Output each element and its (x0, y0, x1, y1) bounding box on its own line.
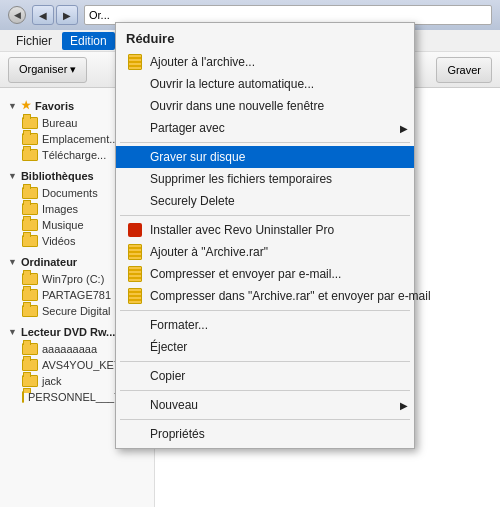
nouveau-arrow: ▶ (400, 400, 408, 411)
ctx-item-ajouter-archive2[interactable]: Ajouter à "Archive.rar" (116, 241, 414, 263)
ctx-item-ejecter[interactable]: Éjecter (116, 336, 414, 358)
partager-label: Partager avec (150, 121, 225, 135)
partage-icon (22, 289, 38, 301)
ctx-item-comprimer-email[interactable]: Compresser et envoyer par e-mail... (116, 263, 414, 285)
ajouter-archive-icon (126, 55, 144, 69)
context-menu: Réduire Ajouter à l'archive...Ouvrir la … (115, 22, 415, 449)
ctx-separator (120, 310, 410, 311)
graver-disque-icon (126, 150, 144, 164)
ejecter-label: Éjecter (150, 340, 187, 354)
nav-buttons: ◀ ▶ (32, 5, 78, 25)
formater-label: Formater... (150, 318, 208, 332)
back-button[interactable]: ◀ (32, 5, 54, 25)
ajouter-archive2-label: Ajouter à "Archive.rar" (150, 245, 268, 259)
supprimer-temp-label: Supprimer les fichiers temporaires (150, 172, 332, 186)
lecteur-label: Lecteur DVD Rw... (21, 326, 115, 338)
ctx-separator (120, 390, 410, 391)
ctx-item-formater[interactable]: Formater... (116, 314, 414, 336)
organiser-button[interactable]: Organiser ▾ (8, 57, 87, 83)
ctx-item-ajouter-archive[interactable]: Ajouter à l'archive... (116, 51, 414, 73)
ctx-item-graver-disque[interactable]: Graver sur disque (116, 146, 414, 168)
emplacement-label: Emplacement... (42, 133, 118, 145)
bureau-label: Bureau (42, 117, 77, 129)
lecteur-arrow: ▼ (8, 327, 17, 337)
graver-button[interactable]: Graver (436, 57, 492, 83)
formater-icon (126, 318, 144, 332)
ctx-item-ouvrir-lecture[interactable]: Ouvrir la lecture automatique... (116, 73, 414, 95)
bibliotheques-label: Bibliothèques (21, 170, 94, 182)
ctx-item-nouveau[interactable]: Nouveau▶ (116, 394, 414, 416)
ejecter-icon (126, 340, 144, 354)
nouveau-label: Nouveau (150, 398, 198, 412)
ctx-item-securely-delete[interactable]: Securely Delete (116, 190, 414, 212)
forward-button[interactable]: ▶ (56, 5, 78, 25)
musique-icon (22, 219, 38, 231)
personnel-icon (22, 391, 24, 403)
comprimer-rar-email-icon (126, 289, 144, 303)
ouvrir-fenetre-icon (126, 99, 144, 113)
proprietes-icon (126, 427, 144, 441)
menu-fichier[interactable]: Fichier (8, 32, 60, 50)
graver-disque-label: Graver sur disque (150, 150, 245, 164)
ctx-item-comprimer-rar-email[interactable]: Compresser dans "Archive.rar" et envoyer… (116, 285, 414, 307)
proprietes-label: Propriétés (150, 427, 205, 441)
copier-icon (126, 369, 144, 383)
securely-delete-icon (126, 194, 144, 208)
ouvrir-lecture-icon (126, 77, 144, 91)
installer-revo-icon (126, 223, 144, 237)
ajouter-archive-label: Ajouter à l'archive... (150, 55, 255, 69)
ctx-separator (120, 361, 410, 362)
favoris-star: ★ (21, 99, 31, 112)
ctx-separator (120, 215, 410, 216)
ajouter-archive2-icon (126, 245, 144, 259)
ordinateur-label: Ordinateur (21, 256, 77, 268)
ctx-item-installer-revo[interactable]: Installer avec Revo Uninstaller Pro (116, 219, 414, 241)
bibliotheques-arrow: ▼ (8, 171, 17, 181)
ctx-separator (120, 419, 410, 420)
ouvrir-fenetre-label: Ouvrir dans une nouvelle fenêtre (150, 99, 324, 113)
telechargements-label: Télécharge... (42, 149, 106, 161)
securely-delete-label: Securely Delete (150, 194, 235, 208)
videos-icon (22, 235, 38, 247)
favoris-arrow: ▼ (8, 101, 17, 111)
ordinateur-arrow: ▼ (8, 257, 17, 267)
documents-icon (22, 187, 38, 199)
comprimer-email-icon (126, 267, 144, 281)
avs4you-icon (22, 359, 38, 371)
ctx-header: Réduire (116, 26, 414, 51)
ctx-item-proprietes[interactable]: Propriétés (116, 423, 414, 445)
secure-icon (22, 305, 38, 317)
ctx-separator (120, 142, 410, 143)
emplacement-folder-icon (22, 133, 38, 145)
telechargements-folder-icon (22, 149, 38, 161)
comprimer-rar-email-label: Compresser dans "Archive.rar" et envoyer… (150, 289, 431, 303)
partager-icon (126, 121, 144, 135)
jack-icon (22, 375, 38, 387)
comprimer-email-label: Compresser et envoyer par e-mail... (150, 267, 341, 281)
copier-label: Copier (150, 369, 185, 383)
aaaaaaaaa-icon (22, 343, 38, 355)
installer-revo-label: Installer avec Revo Uninstaller Pro (150, 223, 334, 237)
partager-arrow: ▶ (400, 123, 408, 134)
address-text: Or... (89, 9, 110, 21)
ctx-item-copier[interactable]: Copier (116, 365, 414, 387)
ouvrir-lecture-label: Ouvrir la lecture automatique... (150, 77, 314, 91)
favoris-label: Favoris (35, 100, 74, 112)
nouveau-icon (126, 398, 144, 412)
menu-edition[interactable]: Edition (62, 32, 115, 50)
win7pro-icon (22, 273, 38, 285)
ctx-item-ouvrir-fenetre[interactable]: Ouvrir dans une nouvelle fenêtre (116, 95, 414, 117)
supprimer-temp-icon (126, 172, 144, 186)
ctx-item-supprimer-temp[interactable]: Supprimer les fichiers temporaires (116, 168, 414, 190)
bureau-folder-icon (22, 117, 38, 129)
ctx-item-partager[interactable]: Partager avec▶ (116, 117, 414, 139)
images-icon (22, 203, 38, 215)
window-back-btn[interactable]: ◀ (8, 6, 26, 24)
